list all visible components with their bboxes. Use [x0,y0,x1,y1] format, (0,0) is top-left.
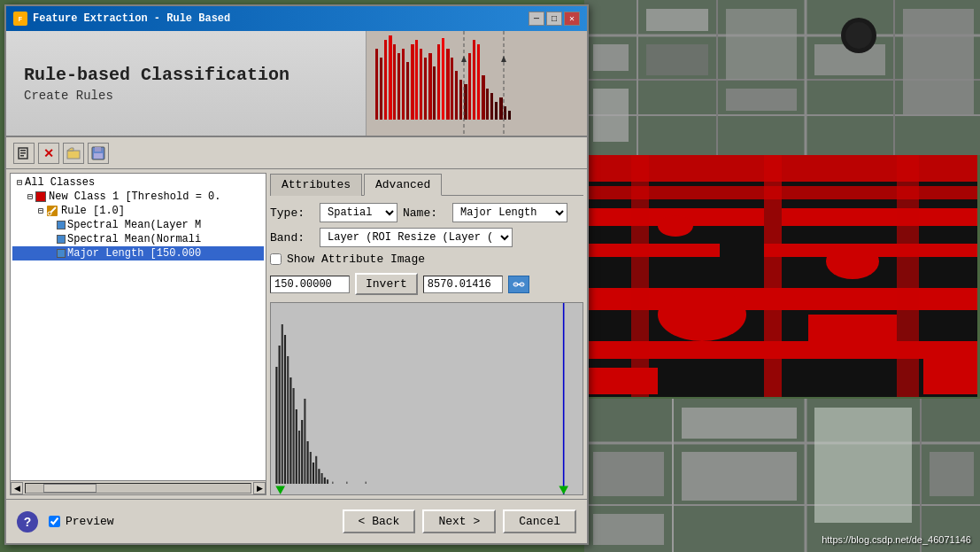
svg-point-35 [658,215,693,237]
header-histogram [366,31,587,136]
main-histogram-svg [271,303,583,494]
tree-item-rule[interactable]: ⊟ Rule [1.0] [12,204,264,218]
svg-rect-121 [324,478,326,484]
save-toolbar-btn[interactable] [88,143,109,164]
scrollbar-thumb[interactable] [43,484,96,493]
tree-item-spectral2[interactable]: Spectral Mean(Normali [12,232,264,246]
tab-attributes[interactable]: Attributes [270,174,362,196]
svg-rect-104 [275,367,277,484]
close-btn[interactable]: ✕ [564,12,580,26]
svg-rect-70 [455,71,458,120]
min-value-input[interactable] [270,276,350,293]
svg-rect-64 [428,53,432,120]
band-row: Band: Layer (ROI Resize (Layer ( [270,228,583,247]
svg-rect-14 [593,89,629,142]
svg-rect-65 [433,66,436,120]
new-toolbar-btn[interactable] [13,143,35,164]
scroll-right-btn[interactable]: ▶ [253,482,266,494]
tree-horizontal-scrollbar[interactable]: ◀ ▶ [11,480,266,494]
cancel-btn[interactable]: Cancel [503,509,576,533]
tree-expand-0[interactable]: ⊟ [14,177,25,188]
preview-checkbox[interactable] [49,516,60,527]
svg-rect-12 [903,9,974,115]
svg-rect-27 [631,155,649,397]
svg-rect-112 [298,431,300,484]
preview-area: Preview [49,515,114,528]
svg-rect-88 [20,150,26,152]
tab-bar: Attributes Advanced [270,173,583,196]
next-btn[interactable]: Next > [422,509,496,533]
tree-expand-2[interactable]: ⊟ [35,206,46,216]
svg-rect-73 [468,53,471,120]
svg-rect-63 [424,58,427,120]
svg-rect-72 [464,84,467,120]
svg-point-31 [826,244,879,279]
show-attribute-checkbox[interactable] [270,253,282,265]
svg-rect-62 [420,49,422,120]
svg-marker-33 [923,359,977,394]
svg-rect-55 [389,35,392,120]
type-row: Type: Spatial Spectral Texture Name: Maj… [270,203,583,222]
svg-rect-77 [486,89,489,120]
svg-rect-29 [897,155,919,397]
svg-rect-119 [318,469,320,484]
svg-marker-92 [67,148,73,151]
svg-rect-59 [406,62,409,120]
svg-rect-44 [682,408,797,439]
svg-rect-61 [415,40,418,120]
tree-item-spectral1[interactable]: Spectral Mean(Layer M [12,218,264,232]
svg-rect-108 [287,356,289,484]
svg-rect-114 [304,399,305,484]
main-dialog: F Feature Extraction - Rule Based ─ □ ✕ … [4,4,589,545]
type-select[interactable]: Spatial Spectral Texture [320,203,397,222]
svg-rect-89 [20,152,26,154]
svg-rect-76 [482,75,485,120]
tab-advanced[interactable]: Advanced [364,174,442,196]
svg-rect-110 [293,388,295,484]
scrollbar-track[interactable] [25,483,251,494]
svg-point-99 [48,212,51,215]
svg-rect-45 [682,452,797,501]
delete-toolbar-btn[interactable]: ✕ [38,143,59,164]
header-text-area: Rule-based Classification Create Rules [6,31,366,136]
svg-rect-103 [271,303,583,494]
header-area: Rule-based Classification Create Rules [6,31,587,137]
show-attribute-row: Show Attribute Image [270,253,583,266]
svg-rect-96 [101,148,103,151]
maximize-btn[interactable]: □ [546,12,562,26]
svg-rect-67 [442,38,444,120]
tree-area[interactable]: ⊟ All Classes ⊟ New Class 1 [Threshold =… [11,174,266,480]
svg-rect-10 [726,89,797,111]
tree-expand-1[interactable]: ⊟ [25,191,35,202]
svg-rect-123 [332,482,333,484]
right-panel: Attributes Advanced Type: Spatial Spectr… [266,169,587,499]
link-btn[interactable] [508,276,529,293]
tree-item-major-length[interactable]: Major Length [150.000 [12,246,264,260]
title-bar-left: F Feature Extraction - Rule Based [13,12,230,26]
preview-label[interactable]: Preview [66,515,114,528]
scroll-left-btn[interactable]: ◀ [11,482,23,494]
show-attribute-label[interactable]: Show Attribute Image [287,253,425,266]
band-select[interactable]: Layer (ROI Resize (Layer ( [320,228,513,247]
open-toolbar-btn[interactable] [63,143,84,164]
svg-rect-46 [814,408,912,523]
name-select[interactable]: Major Length Minor Length Area [452,203,567,222]
svg-rect-80 [499,97,503,120]
invert-btn[interactable]: Invert [355,273,418,295]
tree-item-all-classes[interactable]: ⊟ All Classes [12,175,264,190]
title-bar: F Feature Extraction - Rule Based ─ □ ✕ [6,6,587,31]
tree-label-new-class: New Class 1 [Threshold = 0. [49,190,220,203]
tree-item-new-class[interactable]: ⊟ New Class 1 [Threshold = 0. [12,190,264,204]
tree-label-major-length: Major Length [150.000 [67,247,201,260]
help-btn[interactable]: ? [17,511,38,533]
main-histogram [270,302,583,495]
minimize-btn[interactable]: ─ [529,12,544,26]
svg-rect-9 [646,9,708,31]
svg-rect-52 [375,49,378,120]
back-btn[interactable]: < Back [343,509,416,533]
header-title: Rule-based Classification [24,65,348,85]
max-value-input[interactable] [423,276,503,293]
satellite-bottom-right [584,399,980,552]
svg-rect-47 [930,452,974,496]
svg-rect-28 [764,155,782,397]
